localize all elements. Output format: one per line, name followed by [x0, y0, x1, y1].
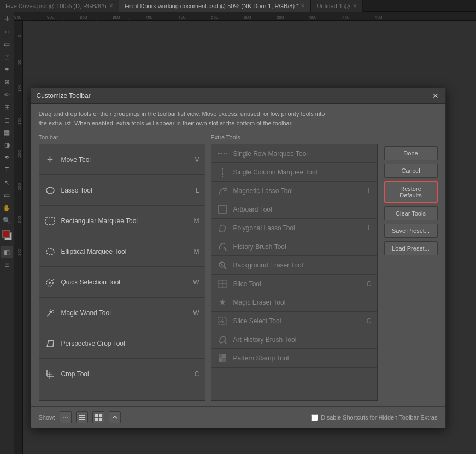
svg-rect-67 [79, 417, 85, 418]
clear-tools-button[interactable]: Clear Tools [384, 206, 438, 220]
list-item[interactable]: ✛ Move Tool V [39, 144, 205, 175]
save-preset-button[interactable]: Save Preset... [384, 224, 438, 238]
list-item[interactable]: Magic Eraser Tool [211, 293, 377, 312]
tool-name-history-brush: History Brush Tool [233, 243, 366, 251]
svg-rect-63 [222, 354, 226, 358]
list-item[interactable]: Art History Brush Tool [211, 330, 377, 349]
list-item[interactable]: Single Row Marquee Tool [211, 144, 377, 163]
tool-name-single-row: Single Row Marquee Tool [233, 150, 366, 158]
list-item[interactable]: Elliptical Marquee Tool M [39, 236, 205, 267]
disable-shortcuts-label[interactable]: Disable Shortcuts for Hidden Toolbar Ext… [311, 414, 437, 421]
tool-name-rect-marquee: Rectangular Marquee Tool [61, 217, 189, 225]
tool-shortcut-crop: C [195, 370, 199, 378]
rect-marquee-icon [45, 216, 56, 226]
footer-grid-view-btn[interactable] [92, 411, 104, 423]
magic-eraser-icon [217, 297, 228, 308]
tool-name-magic-eraser: Magic Eraser Tool [233, 299, 366, 306]
svg-line-35 [52, 310, 54, 311]
tool-name-lasso: Lasso Tool [61, 187, 190, 194]
disable-shortcuts-checkbox[interactable] [311, 414, 318, 421]
list-item[interactable]: Polygonal Lasso Tool L [211, 219, 377, 237]
tool-shortcut-slice-select: C [367, 317, 372, 325]
lasso-tool-icon [45, 185, 56, 196]
slice-tool-icon [217, 278, 228, 289]
svg-rect-28 [46, 218, 55, 224]
list-item[interactable]: Crop Tool C [39, 359, 205, 389]
tool-name-crop: Crop Tool [61, 370, 189, 378]
tool-name-slice-select: Slice Select Tool [233, 317, 361, 325]
list-item[interactable]: Artboard Tool [211, 200, 377, 219]
tool-name-bg-eraser: Background Eraser Tool [233, 261, 366, 269]
list-item[interactable]: Magnetic Lasso Tool L [211, 182, 377, 200]
svg-rect-70 [99, 414, 102, 417]
list-item[interactable]: Slice Select Tool C [211, 312, 377, 330]
perspective-crop-icon [45, 338, 56, 349]
tool-name-ellipse-marquee: Elliptical Marquee Tool [61, 248, 189, 255]
single-col-marquee-icon [217, 167, 228, 178]
extra-column-label: Extra Tools [211, 134, 378, 141]
dialog-body: Drag and drop tools or their groupings i… [31, 104, 445, 406]
svg-line-54 [220, 263, 224, 266]
history-brush-icon [217, 241, 228, 252]
done-button[interactable]: Done [384, 146, 438, 160]
poly-lasso-icon [217, 223, 228, 234]
list-item[interactable]: Quick Selection Tool W [39, 267, 205, 298]
list-item[interactable]: Lasso Tool L [39, 175, 205, 206]
move-tool-icon: ✛ [45, 154, 56, 165]
toolbar-column: Toolbar ✛ Move Tool V [39, 134, 205, 401]
list-item[interactable]: Perspective Crop Tool [39, 328, 205, 359]
quick-select-icon [45, 277, 56, 288]
svg-line-31 [52, 279, 54, 281]
load-preset-button[interactable]: Load Preset... [384, 241, 438, 255]
svg-rect-64 [219, 358, 222, 362]
tool-shortcut-magnetic-lasso: L [368, 187, 372, 195]
tool-name-quick-select: Quick Selection Tool [61, 278, 188, 286]
toolbar-tool-list[interactable]: ✛ Move Tool V Lasso Tool L [39, 144, 205, 401]
buttons-column: Done Cancel Restore Defaults Clear Tools… [378, 134, 438, 401]
tool-name-magic-wand: Magic Wand Tool [61, 309, 188, 317]
customize-toolbar-dialog: Customize Toolbar ✕ Drag and drop tools … [31, 88, 446, 428]
svg-point-29 [46, 248, 54, 255]
list-item[interactable]: History Brush Tool [211, 237, 377, 256]
svg-rect-46 [219, 206, 226, 213]
list-item[interactable]: Magic Wand Tool W [39, 298, 205, 328]
tool-shortcut-poly-lasso: L [368, 224, 372, 232]
footer-expand-btn[interactable] [109, 411, 121, 423]
tool-name-move: Move Tool [61, 156, 190, 164]
dialog-title: Customize Toolbar [37, 92, 91, 100]
svg-point-27 [46, 187, 54, 194]
list-item[interactable]: Rectangular Marquee Tool M [39, 206, 205, 236]
list-item[interactable]: Background Eraser Tool [211, 256, 377, 275]
svg-rect-71 [95, 418, 98, 421]
list-item[interactable]: Slice Tool C [211, 275, 377, 293]
svg-rect-69 [95, 414, 98, 417]
list-item[interactable]: Pattern Stamp Tool [211, 349, 377, 368]
dialog-overlay: Customize Toolbar ✕ Drag and drop tools … [0, 0, 476, 454]
dialog-footer: Show: ··· Disable Shortcuts for Hidden T… [31, 406, 445, 428]
svg-marker-58 [219, 299, 226, 305]
extra-tool-list[interactable]: Single Row Marquee Tool Single Column Ma… [211, 144, 378, 401]
tool-name-poly-lasso: Polygonal Lasso Tool [233, 224, 362, 232]
tool-name-slice: Slice Tool [233, 280, 361, 288]
extra-tools-column: Extra Tools Single Row Marquee Tool [211, 134, 378, 401]
artboard-icon [217, 204, 228, 215]
tool-name-artboard: Artboard Tool [233, 206, 366, 213]
toolbar-column-label: Toolbar [39, 134, 205, 141]
tool-name-single-col: Single Column Marquee Tool [233, 168, 366, 176]
cancel-button[interactable]: Cancel [384, 164, 438, 178]
footer-list-view-btn[interactable] [76, 411, 88, 423]
slice-select-icon [217, 316, 228, 327]
dialog-close-button[interactable]: ✕ [431, 91, 440, 100]
tool-name-perspective-crop: Perspective Crop Tool [61, 340, 194, 347]
svg-rect-62 [219, 354, 222, 358]
restore-defaults-button[interactable]: Restore Defaults [384, 181, 438, 203]
svg-point-45 [224, 188, 227, 191]
tool-name-pattern-stamp: Pattern Stamp Tool [233, 354, 366, 362]
svg-rect-72 [99, 418, 102, 421]
svg-rect-68 [79, 419, 85, 420]
footer-more-btn[interactable]: ··· [60, 411, 72, 423]
list-item[interactable]: Single Column Marquee Tool [211, 163, 377, 182]
tool-shortcut-quick-select: W [193, 278, 199, 286]
art-history-brush-icon [217, 334, 228, 345]
bg-eraser-icon [217, 260, 228, 271]
